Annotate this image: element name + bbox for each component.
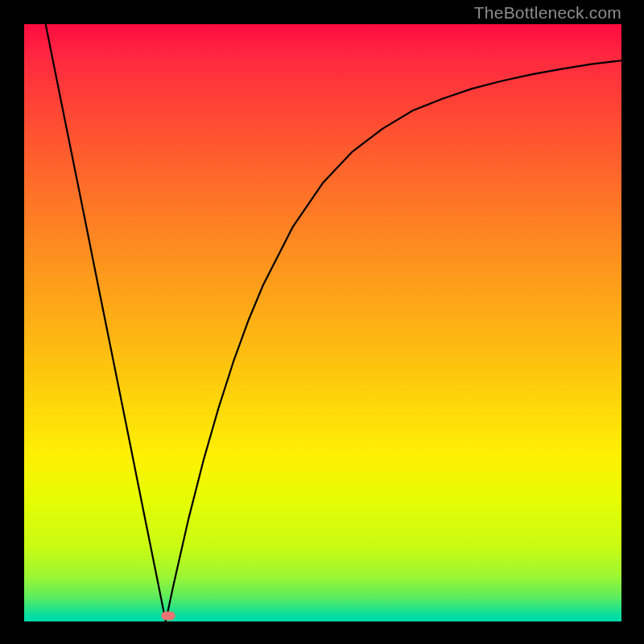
bottleneck-curve [24, 24, 621, 621]
watermark-text: TheBottleneck.com [474, 3, 621, 23]
plot-area [24, 24, 621, 621]
minimum-marker [161, 612, 175, 621]
chart-frame: TheBottleneck.com [0, 0, 644, 644]
